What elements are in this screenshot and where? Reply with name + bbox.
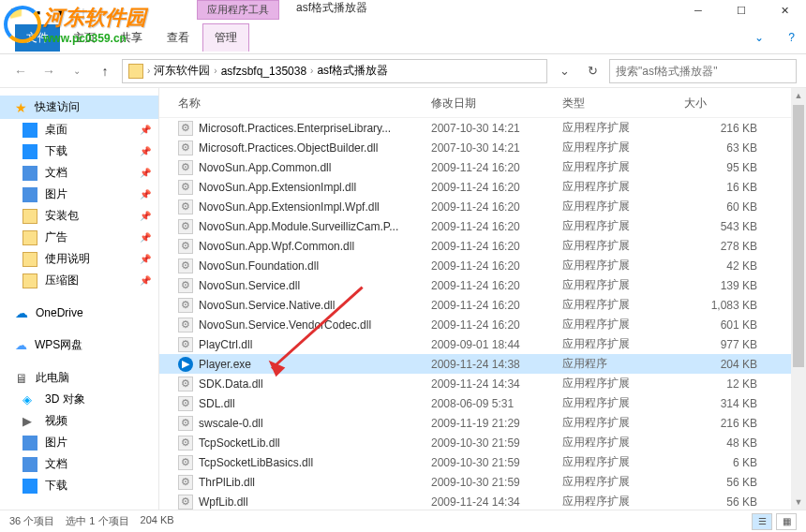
- sidebar-onedrive[interactable]: ☁ OneDrive: [0, 303, 158, 323]
- file-row[interactable]: ⚙NovoSun.Service.Native.dll2009-11-24 16…: [159, 295, 806, 315]
- fold-icon: [22, 209, 37, 224]
- sidebar-item-7[interactable]: 压缩图📌: [0, 270, 158, 291]
- file-list: ⚙Microsoft.Practices.EnterpriseLibrary..…: [159, 118, 806, 510]
- file-date: 2009-11-24 16:20: [431, 259, 562, 273]
- scroll-up-icon[interactable]: ▲: [791, 88, 806, 103]
- file-row[interactable]: ⚙ThrPlLib.dll2009-10-30 21:59应用程序扩展56 KB: [159, 472, 806, 492]
- dropdown-icon[interactable]: ⌄: [553, 60, 575, 82]
- sidebar-wps[interactable]: ☁ WPS网盘: [0, 334, 158, 356]
- file-name: PlayCtrl.dll: [199, 338, 431, 351]
- file-row[interactable]: ⚙NovoSun.Service.VendorCodec.dll2009-11-…: [159, 315, 806, 334]
- file-row[interactable]: ⚙NovoSun.App.ExtensionImpl.Wpf.dll2009-1…: [159, 197, 806, 216]
- chevron-right-icon[interactable]: ›: [147, 66, 150, 76]
- sidebar-item-5[interactable]: 广告📌: [0, 227, 158, 248]
- sidebar-pc-item-2[interactable]: 图片: [0, 432, 158, 453]
- minimize-button[interactable]: ─: [677, 0, 720, 21]
- scroll-down-icon[interactable]: ▼: [791, 495, 806, 510]
- file-row[interactable]: ⚙TcpSocketLib.dll2009-10-30 21:59应用程序扩展4…: [159, 433, 806, 452]
- sidebar-pc-item-4[interactable]: 下载: [0, 475, 158, 496]
- file-type: 应用程序扩展: [562, 336, 684, 352]
- window-title: asf格式播放器: [289, 0, 367, 16]
- file-row[interactable]: ⚙NovoSun.App.Common.dll2009-11-24 16:20应…: [159, 157, 806, 177]
- sidebar-item-6[interactable]: 使用说明📌: [0, 248, 158, 270]
- file-type: 应用程序: [562, 356, 684, 372]
- file-row[interactable]: ⚙SDK.Data.dll2009-11-24 14:34应用程序扩展12 KB: [159, 374, 806, 393]
- file-type: 应用程序扩展: [562, 454, 684, 470]
- sidebar-pc-item-1[interactable]: ▶视频: [0, 410, 158, 432]
- folder-icon: 📁: [7, 4, 24, 21]
- tab-manage[interactable]: 管理: [202, 23, 249, 52]
- col-date[interactable]: 修改日期: [431, 96, 562, 111]
- sidebar-thispc[interactable]: 🖥 此电脑: [0, 367, 158, 389]
- sidebar-item-0[interactable]: 桌面📌: [0, 119, 158, 140]
- chevron-right-icon[interactable]: ›: [214, 66, 216, 76]
- file-row[interactable]: ⚙NovoSun.App.Module.SurveillizCam.P...20…: [159, 216, 806, 236]
- tab-view[interactable]: 查看: [156, 24, 201, 52]
- file-row[interactable]: ⚙Microsoft.Practices.ObjectBuilder.dll20…: [159, 138, 806, 157]
- properties-icon[interactable]: ▪: [30, 4, 47, 21]
- close-button[interactable]: ✕: [763, 0, 806, 21]
- threed-icon: ◈: [22, 392, 37, 407]
- expand-ribbon-icon[interactable]: ⌄: [743, 25, 775, 50]
- sidebar-pc-item-0[interactable]: ◈3D 对象: [0, 389, 158, 410]
- file-row[interactable]: ⚙NovoSun.Service.dll2009-11-24 16:20应用程序…: [159, 275, 806, 295]
- sidebar-quick-access[interactable]: ★ 快速访问: [0, 96, 158, 119]
- scroll-thumb[interactable]: [793, 105, 804, 367]
- star-icon: ★: [15, 100, 27, 115]
- view-details-button[interactable]: ☰: [752, 513, 772, 530]
- tab-home[interactable]: 主页: [62, 24, 107, 52]
- crumb-2[interactable]: asf格式播放器: [317, 63, 388, 79]
- down-icon: [22, 479, 37, 494]
- file-row[interactable]: ▶Player.exe2009-11-24 14:38应用程序204 KB: [159, 354, 806, 374]
- col-type[interactable]: 类型: [562, 96, 684, 111]
- file-date: 2007-10-30 14:21: [431, 141, 562, 155]
- dll-icon: ⚙: [178, 337, 193, 352]
- file-date: 2008-06-09 5:31: [431, 397, 562, 410]
- back-button[interactable]: ←: [9, 60, 32, 82]
- sidebar-item-4[interactable]: 安装包📌: [0, 205, 158, 227]
- crumb-0[interactable]: 河东软件园: [154, 63, 210, 79]
- file-row[interactable]: ⚙TcpSocketLibBasics.dll2009-10-30 21:59应…: [159, 452, 806, 472]
- tab-file[interactable]: 文件: [15, 24, 60, 52]
- recent-dropdown-icon[interactable]: ⌄: [66, 60, 88, 82]
- refresh-icon[interactable]: ↻: [581, 60, 604, 82]
- chevron-right-icon[interactable]: ›: [310, 66, 313, 76]
- file-row[interactable]: ⚙swscale-0.dll2009-11-19 21:29应用程序扩展216 …: [159, 413, 806, 433]
- file-date: 2009-11-24 16:20: [431, 279, 562, 292]
- dll-icon: ⚙: [178, 416, 193, 431]
- maximize-button[interactable]: ☐: [720, 0, 763, 21]
- file-row[interactable]: ⚙WpfLib.dll2009-11-24 14:34应用程序扩展56 KB: [159, 492, 806, 510]
- file-row[interactable]: ⚙NovoSun.App.ExtensionImpl.dll2009-11-24…: [159, 177, 806, 197]
- pic-icon: [22, 187, 37, 202]
- toggle-icon[interactable]: ▾: [52, 4, 69, 21]
- file-size: 1,083 KB: [684, 299, 769, 312]
- sidebar-item-1[interactable]: 下载📌: [0, 140, 158, 162]
- tab-share[interactable]: 共享: [109, 24, 154, 52]
- col-size[interactable]: 大小: [684, 96, 769, 111]
- file-row[interactable]: ⚙NovoSun.Foundation.dll2009-11-24 16:20应…: [159, 256, 806, 275]
- sidebar-pc-item-3[interactable]: 文档: [0, 453, 158, 475]
- crumb-1[interactable]: asfzsbfq_135038: [221, 65, 306, 78]
- sidebar-item-2[interactable]: 文档📌: [0, 162, 158, 184]
- search-input[interactable]: [609, 59, 797, 83]
- sidebar-item-3[interactable]: 图片📌: [0, 184, 158, 205]
- up-button[interactable]: ↑: [94, 60, 116, 82]
- file-date: 2009-11-24 16:20: [431, 200, 562, 214]
- dll-icon: ⚙: [178, 475, 193, 490]
- file-row[interactable]: ⚙NovoSun.App.Wpf.Common.dll2009-11-24 16…: [159, 236, 806, 256]
- file-size: 63 KB: [684, 141, 769, 155]
- pin-icon: 📌: [140, 275, 151, 286]
- navigation-pane: ★ 快速访问 桌面📌下载📌文档📌图片📌安装包📌广告📌使用说明📌压缩图📌 ☁ On…: [0, 88, 159, 510]
- vertical-scrollbar[interactable]: ▲ ▼: [791, 88, 806, 510]
- col-name[interactable]: 名称: [178, 96, 431, 111]
- file-row[interactable]: ⚙Microsoft.Practices.EnterpriseLibrary..…: [159, 118, 806, 138]
- file-date: 2009-11-24 16:20: [431, 161, 562, 174]
- status-selected: 选中 1 个项目: [66, 514, 128, 528]
- breadcrumb-bar[interactable]: › 河东软件园 › asfzsbfq_135038 › asf格式播放器: [122, 59, 547, 83]
- help-icon[interactable]: ?: [777, 25, 806, 50]
- view-icons-button[interactable]: ▦: [776, 513, 797, 530]
- file-name: NovoSun.Foundation.dll: [199, 259, 431, 273]
- file-size: 139 KB: [684, 279, 769, 292]
- file-row[interactable]: ⚙PlayCtrl.dll2009-09-01 18:44应用程序扩展977 K…: [159, 334, 806, 354]
- file-row[interactable]: ⚙SDL.dll2008-06-09 5:31应用程序扩展314 KB: [159, 393, 806, 413]
